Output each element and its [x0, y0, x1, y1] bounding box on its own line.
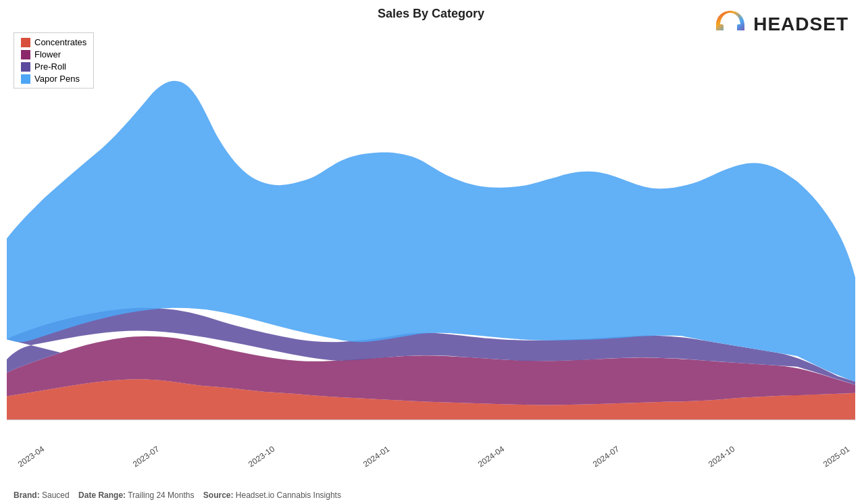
x-label-2: 2023-10: [247, 444, 276, 469]
x-label-5: 2024-07: [591, 444, 621, 469]
source-label: Source:: [203, 490, 234, 500]
legend-item-flower: Flower: [21, 49, 86, 59]
legend-label-vaporpens: Vapor Pens: [34, 74, 80, 84]
legend-item-concentrates: Concentrates: [21, 37, 86, 47]
legend-label-concentrates: Concentrates: [34, 37, 86, 47]
legend-item-vaporpens: Vapor Pens: [21, 74, 86, 84]
legend-color-concentrates: [21, 38, 30, 47]
chart-legend: Concentrates Flower Pre-Roll Vapor Pens: [14, 32, 94, 89]
legend-label-flower: Flower: [34, 49, 61, 59]
source-value: Headset.io Cannabis Insights: [236, 490, 341, 500]
legend-label-preroll: Pre-Roll: [34, 61, 66, 72]
x-label-0: 2023-04: [16, 444, 46, 469]
chart-area: [7, 30, 855, 460]
legend-color-vaporpens: [21, 74, 30, 84]
daterange-value: Trailing 24 Months: [128, 490, 194, 500]
legend-color-flower: [21, 50, 30, 59]
daterange-label: Date Range:: [78, 490, 126, 500]
x-label-3: 2024-01: [361, 444, 391, 469]
brand-value: Sauced: [42, 490, 70, 500]
x-label-6: 2024-10: [707, 444, 736, 469]
x-label-7: 2025-01: [821, 444, 851, 469]
x-label-4: 2024-04: [476, 444, 506, 469]
footer-info: Brand: Sauced Date Range: Trailing 24 Mo…: [14, 489, 341, 501]
x-label-1: 2023-07: [131, 444, 161, 469]
x-axis-labels: 2023-04 2023-07 2023-10 2024-01 2024-04 …: [14, 446, 848, 462]
area-chart-svg: [7, 30, 855, 460]
legend-color-preroll: [21, 62, 30, 72]
legend-item-preroll: Pre-Roll: [21, 61, 86, 72]
page-container: HEADSET Sales By Category Concentrates F…: [0, 0, 862, 504]
brand-label: Brand:: [14, 490, 40, 500]
